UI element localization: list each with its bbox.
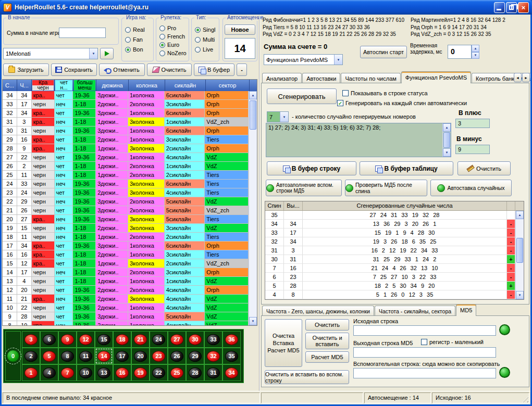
history-row[interactable]: 1417черннеч1-182дюжи..2колонка3сиклайнOr…: [3, 268, 249, 277]
scroll-down-icon[interactable]: ▼: [443, 148, 451, 157]
history-row[interactable]: 928чернчет19-363дюжи..1колонка5сиклайнVd…: [3, 312, 249, 321]
chevron-down-icon[interactable]: ▼: [334, 55, 342, 65]
board-cell-34[interactable]: 34: [222, 364, 241, 381]
history-row[interactable]: 1022чернчет19-362дюжи..1колонка4сиклайнV…: [3, 303, 249, 312]
tab-scroll-right-icon[interactable]: ►: [522, 73, 530, 82]
history-header-cell[interactable]: дюжина: [96, 80, 129, 91]
textarea-scrollbar[interactable]: ▲ ▼: [442, 123, 451, 157]
history-row[interactable]: 2027кра..неч19-363дюжи..3колонка5сиклайн…: [3, 215, 249, 224]
delay-stepper[interactable]: ▲ ▼: [472, 45, 479, 59]
autofill-md5-button[interactable]: Автозаполнение вспом. строки МД5: [266, 180, 342, 196]
tab-functional-psevdoms[interactable]: Функционал PsevdoMS: [401, 71, 471, 83]
minimize-button[interactable]: [494, 2, 505, 13]
history-row[interactable]: 1734кра..чет19-363дюжи..1колонка6сиклайн…: [3, 242, 249, 250]
scroll-up-icon[interactable]: ▲: [249, 91, 257, 99]
radio-pro[interactable]: Pro: [159, 24, 176, 32]
board-cell-9[interactable]: 9: [58, 331, 77, 348]
history-row[interactable]: 1220чернчет19-362дюжи..2колонка4сиклайнO…: [3, 286, 249, 295]
history-header-cell[interactable]: С...: [3, 80, 17, 91]
spins-header-cell[interactable]: [507, 201, 515, 210]
start-sum-input[interactable]: [59, 28, 106, 38]
history-row[interactable]: 1811черннеч1-181дюжи..2колонка2сиклайнTi…: [3, 233, 249, 242]
board-cell-27[interactable]: 27: [168, 331, 186, 348]
history-header-cell[interactable]: сектор: [206, 80, 250, 91]
board-cell-35[interactable]: 35: [222, 348, 241, 364]
spins-scrollbar[interactable]: ▲ ▼: [515, 211, 524, 299]
tab-freq-sectors[interactable]: Частота - сиклайны, сектора: [375, 306, 455, 316]
history-row[interactable]: 1512кра..чет1-181дюжи..3колонка2сиклайнV…: [3, 259, 249, 268]
history-row[interactable]: 3434кра..чет19-363дюжи..1колонка6сиклайн…: [3, 91, 249, 100]
delay-value-input[interactable]: 0: [448, 45, 472, 59]
scroll-down-icon[interactable]: ▼: [249, 317, 257, 325]
tab-autobets[interactable]: Автоставки: [302, 73, 340, 84]
spins-row[interactable]: 331715 19 1 9 4 28 30-: [265, 229, 524, 237]
radio-live[interactable]: Live: [195, 45, 213, 54]
history-row[interactable]: 1121кра..неч19-362дюжи..3колонка4сиклайн…: [3, 295, 249, 303]
restore-button[interactable]: [506, 2, 517, 13]
spins-row[interactable]: 323419 3 26 18 6 35 25-: [265, 237, 524, 246]
board-cell-13[interactable]: 13: [95, 364, 113, 381]
md5-big-button[interactable]: Очистка Вставка Расчет MD5: [265, 319, 302, 367]
radio-french[interactable]: French: [159, 32, 185, 41]
load-button[interactable]: Загрузить: [3, 64, 49, 76]
history-row[interactable]: 819кра..неч19-362дюжи..1колонка4сиклайнV…: [3, 321, 249, 325]
history-row[interactable]: 289кра..неч1-181дюжи..3колонка2сиклайнOr…: [3, 144, 249, 153]
md5-clear-button[interactable]: Очистить: [305, 319, 349, 331]
board-cell-19[interactable]: 19: [131, 364, 150, 381]
history-row[interactable]: 2511черннеч1-181дюжи..2колонка2сиклайнTi…: [3, 171, 249, 180]
spins-row[interactable]: 71621 24 4 26 32 13 10-: [265, 264, 524, 273]
board-cell-8[interactable]: 8: [58, 348, 77, 364]
board-cell-2[interactable]: 2: [22, 348, 40, 364]
board-cell-14[interactable]: 14: [95, 348, 113, 364]
board-cell-17[interactable]: 17: [113, 348, 131, 364]
green-knob-icon[interactable]: [499, 367, 510, 378]
md5-clear-paste-button[interactable]: Очистить и вставить: [305, 333, 349, 349]
output-string-input[interactable]: [353, 347, 496, 358]
scroll-thumb[interactable]: [516, 238, 523, 263]
resize-grip[interactable]: [522, 396, 528, 402]
spins-row[interactable]: 6237 25 27 10 3 22 33-: [265, 273, 524, 282]
history-row[interactable]: 2229черннеч19-363дюжи..2колонка5сиклайнV…: [3, 197, 249, 206]
spins-header-cell[interactable]: Сгенерированные случайные числа: [303, 201, 507, 210]
history-row[interactable]: 3317черннеч1-182дюжи..2колонка3сиклайнOr…: [3, 100, 249, 109]
history-row[interactable]: 1616кра..чет1-182дюжи..1колонка3сиклайнT…: [3, 250, 249, 259]
history-row[interactable]: 3031черннеч19-363дюжи..1колонка6сиклайнO…: [3, 126, 249, 135]
close-button[interactable]: ×: [518, 2, 529, 13]
board-cell-24[interactable]: 24: [150, 331, 168, 348]
history-row[interactable]: 313кра..неч1-181дюжи..3колонка1сиклайнVd…: [3, 118, 249, 126]
board-cell-25[interactable]: 25: [168, 364, 186, 381]
board-cell-33[interactable]: 33: [204, 331, 222, 348]
checkbox-auto-generate[interactable]: ✓Генерировать на каждый спин автоматичес…: [337, 100, 467, 106]
checkbox-lowercase[interactable]: регистр - маленький: [421, 339, 484, 345]
history-header-cell[interactable]: четн...: [55, 80, 73, 91]
scroll-up-icon[interactable]: ▲: [516, 211, 524, 219]
board-cell-32[interactable]: 32: [204, 348, 222, 364]
board-cell-20[interactable]: 20: [131, 348, 150, 364]
scroll-thumb[interactable]: [250, 100, 256, 130]
clear-paste-aux-button[interactable]: Очистить и вставить во вспом. строку: [265, 370, 349, 384]
board-cell-31[interactable]: 31: [204, 364, 222, 381]
history-row[interactable]: 2324чернчет19-362дюжи..3колонка4сиклайнT…: [3, 188, 249, 197]
history-row[interactable]: 2126чернчет19-363дюжи..2колонка5сиклайнV…: [3, 206, 249, 215]
scroll-thumb[interactable]: [443, 132, 450, 148]
chevron-down-icon[interactable]: ▼: [89, 48, 97, 59]
history-row[interactable]: 262чернчет1-181дюжи..2колонка1сиклайнVdZ: [3, 162, 249, 171]
radio-fan[interactable]: Fan: [125, 35, 143, 44]
board-cell-10[interactable]: 10: [77, 364, 95, 381]
scroll-up-icon[interactable]: ▲: [443, 123, 451, 132]
board-cell-29[interactable]: 29: [186, 348, 204, 364]
board-cell-12[interactable]: 12: [77, 331, 95, 348]
md5-calc-button[interactable]: Расчет MD5: [305, 351, 349, 363]
history-row[interactable]: 2722чернчет19-362дюжи..1колонка4сиклайнV…: [3, 153, 249, 162]
functional-combo[interactable]: Функционал PsevdoMS ▼: [264, 54, 343, 65]
tab-md5[interactable]: MD5: [456, 304, 476, 316]
history-row[interactable]: 2433черннеч19-363дюжи..3колонка6сиклайнT…: [3, 180, 249, 188]
history-header-cell[interactable]: сиклайн: [165, 80, 206, 91]
clear-generated-button[interactable]: Очистить: [457, 161, 511, 175]
profile-combo[interactable]: 1Melonati ▼: [3, 48, 98, 59]
source-string-input[interactable]: [353, 325, 496, 336]
history-row[interactable]: 2916кра..чет1-182дюжи..1колонка3сиклайнT…: [3, 135, 249, 144]
spins-row[interactable]: 52818 2 5 30 34 9 20+: [265, 282, 524, 290]
spin-up-icon[interactable]: ▲: [472, 45, 479, 52]
new-button[interactable]: Новое: [225, 24, 255, 35]
